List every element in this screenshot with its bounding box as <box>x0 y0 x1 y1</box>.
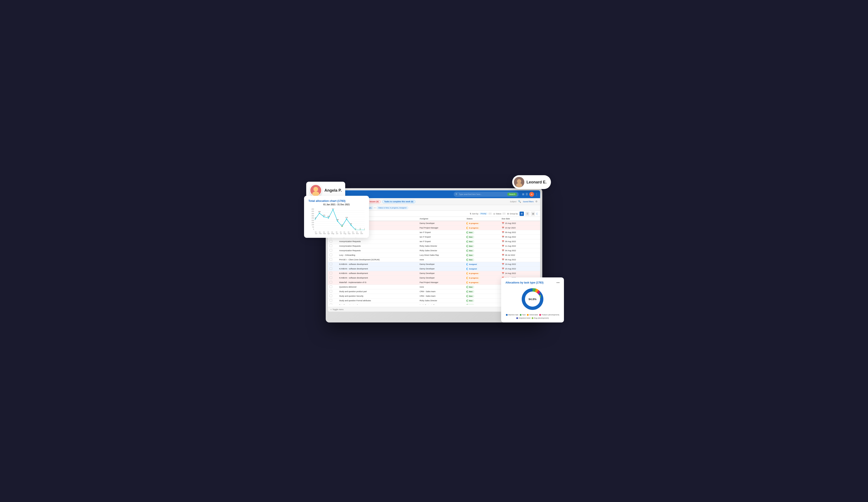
pie-percentage: 94.8% <box>529 298 537 301</box>
group-icon: ⊞ <box>507 213 509 215</box>
list-view-btn[interactable]: ☰ <box>525 212 529 216</box>
row-checkbox[interactable] <box>330 295 332 297</box>
row-project: KANBAN - software development <box>338 267 418 271</box>
row-status: In progress <box>465 280 500 285</box>
toolbar-right: ⇅ Sort by: Priority ··· ◎ Status ··· ⊞ G… <box>470 212 538 216</box>
more-icon[interactable]: ⋮ <box>535 193 538 196</box>
row-checkbox[interactable] <box>330 281 332 284</box>
row-checkbox[interactable] <box>330 254 332 256</box>
row-checkbox[interactable] <box>330 249 332 252</box>
row-assignee: CRM - Sales team <box>418 294 465 298</box>
tasks-badge[interactable]: Tasks to complete this week (6) <box>382 200 415 203</box>
table-view-btn[interactable]: ▦ <box>531 212 535 216</box>
nav-user-avatar[interactable]: A <box>529 192 534 197</box>
list-icon[interactable]: ☰ <box>526 193 528 196</box>
sort-control[interactable]: ⇅ Sort by: Priority ··· <box>470 213 492 215</box>
row-date: 📅 10 Apr 2023 <box>500 226 537 230</box>
row-project: Anonymization Requests <box>338 244 418 248</box>
legend-label-helpdesk: Helpdesk ticket <box>519 317 530 319</box>
row-project: Study and question Formal attributes <box>338 298 418 303</box>
group-control[interactable]: ⊞ Group by: <box>507 213 518 215</box>
search-button[interactable]: Search <box>507 193 517 196</box>
row-status: In progress <box>465 271 500 276</box>
row-flag <box>334 280 338 285</box>
table-row[interactable]: Anonymization Requests Ricky Sales Direc… <box>328 244 540 248</box>
col-assignee[interactable]: Assignee <box>418 217 465 221</box>
row-extra <box>537 221 540 226</box>
toggle-label: Toggle menu <box>332 308 344 310</box>
leonard-name: Leonard E. <box>526 180 547 185</box>
row-status: New <box>465 298 500 303</box>
nav-icon-group: ⊞ ☰ A ⋮ <box>522 192 538 197</box>
row-extra <box>537 226 540 230</box>
total-chart-card: Total allocation chart (1783) 01 Jan 202… <box>304 196 369 238</box>
row-extra <box>537 267 540 271</box>
row-flag <box>334 239 338 244</box>
row-checkbox[interactable] <box>330 299 332 302</box>
more-options-icon[interactable]: ••• <box>556 281 560 284</box>
legend-label-machine: Machine task <box>508 314 518 316</box>
row-checkbox[interactable] <box>330 290 332 293</box>
row-status: New <box>465 285 500 289</box>
row-assignee: Ian IT Expert <box>418 235 465 239</box>
pie-container: 94.8% Machine task Task Deliverable Fea <box>505 286 560 319</box>
legend-label-feature: Feature (development) <box>541 314 559 316</box>
row-checkbox[interactable] <box>330 263 332 265</box>
row-checkbox[interactable] <box>330 276 332 279</box>
table-row[interactable]: Anonymization Requests Ricky Sales Direc… <box>328 248 540 253</box>
row-project: Questions delivered <box>338 285 418 289</box>
col-status[interactable]: Status <box>465 217 500 221</box>
row-checkbox[interactable] <box>330 304 332 305</box>
row-checkbox[interactable] <box>330 240 332 243</box>
row-status: Assigned <box>465 262 500 267</box>
row-assignee: Ian IT Expert <box>418 230 465 235</box>
table-row[interactable]: KANBAN - software development Danny Deve… <box>328 271 540 276</box>
status-value-chip: ··· <box>502 213 506 215</box>
priority-chip[interactable]: Priority <box>479 213 487 215</box>
legend-item-machine: Machine task <box>506 314 518 316</box>
table-row[interactable]: KANBAN - software development Danny Deve… <box>328 267 540 271</box>
legend-item-deliverable: Deliverable <box>527 314 538 316</box>
collapse-icon[interactable]: ⟨ <box>536 212 538 215</box>
svg-point-24 <box>351 225 352 226</box>
row-assignee: Ian IT Expert <box>418 239 465 244</box>
row-checkbox[interactable] <box>330 258 332 261</box>
table-row[interactable]: PHASE I - Client Zone Development (SCRUM… <box>328 257 540 262</box>
search-icon-small[interactable]: 🔍 <box>518 200 521 203</box>
row-flag <box>334 294 338 298</box>
row-status: New <box>465 257 500 262</box>
svg-text:0: 0 <box>360 228 361 229</box>
row-checkbox[interactable] <box>330 272 332 274</box>
grid-view-btn[interactable]: ⊞ <box>519 212 524 216</box>
col-duedate[interactable]: Due date <box>500 217 537 221</box>
row-assignee: CRM - Sales team <box>418 289 465 294</box>
row-flag <box>334 244 338 248</box>
legend-item-feature: Feature (development) <box>539 314 559 316</box>
row-date: 📅 15 Aug 2022 <box>500 221 537 226</box>
filter-chip-3[interactable]: Status is New, In progress, Assigned <box>376 206 408 209</box>
row-date: 📅 09 Aug 2022 <box>500 230 537 235</box>
settings-icon[interactable]: ⚙ <box>535 200 538 203</box>
row-date: 📅 19 Aug 2022 <box>500 262 537 267</box>
table-row[interactable]: KANBAN - software development Danny Deve… <box>328 262 540 267</box>
saved-filters[interactable]: Saved filters <box>523 201 534 203</box>
svg-point-21 <box>337 221 338 222</box>
global-search[interactable]: 🔍 Type searched item here... Search <box>454 192 519 197</box>
total-chart-date: 01 Jan 2021 - 31 Dec 2021 <box>308 203 365 206</box>
table-row[interactable]: Anonymization Requests Ian IT Expert New… <box>328 239 540 244</box>
leonard-avatar <box>514 177 524 187</box>
row-status: New <box>465 253 500 257</box>
status-control[interactable]: ◎ Status ··· <box>493 213 506 215</box>
table-row[interactable]: Lucy - Onboarding Lucy Direct Sales Rep … <box>328 253 540 257</box>
grid-icon[interactable]: ⊞ <box>522 193 524 196</box>
sort-icon: ⇅ <box>470 213 472 215</box>
line-chart-svg: 218 350 275 250 425 184 7.6 229 99 0 0 0 <box>315 208 365 230</box>
row-checkbox[interactable] <box>330 245 332 247</box>
line-chart: 450 400 350 300 250 200 150 100 50 0 <box>308 208 365 234</box>
row-flag <box>334 248 338 253</box>
row-checkbox[interactable] <box>330 267 332 270</box>
svg-point-2 <box>516 183 522 187</box>
tasks-chart-header: Allocations by task type (1783) ••• <box>505 281 560 284</box>
row-checkbox[interactable] <box>330 285 332 288</box>
row-extra <box>537 239 540 244</box>
